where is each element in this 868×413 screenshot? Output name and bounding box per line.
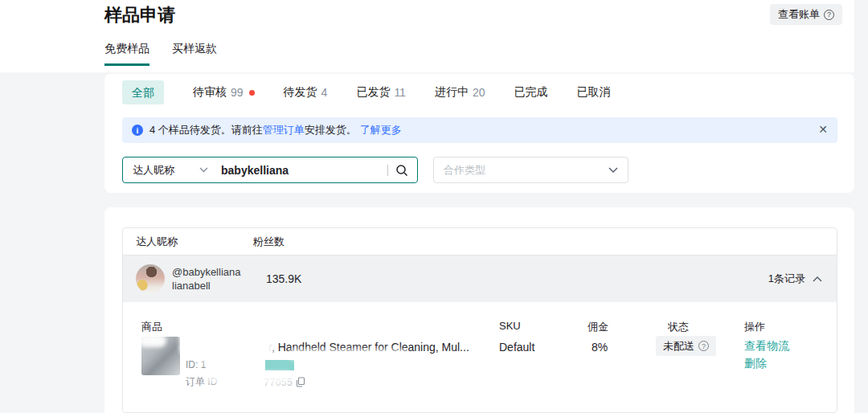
filter-pending-review[interactable]: 待审核 99 xyxy=(193,85,255,100)
col-followers: 粉丝数 xyxy=(253,235,285,249)
copy-icon[interactable] xyxy=(296,377,305,387)
filter-label: 待发货 xyxy=(284,85,317,100)
creator-names: @babykelliana lianabell xyxy=(172,265,256,292)
view-bill-button[interactable]: 查看账单 ? xyxy=(770,4,842,25)
page-header: 样品申请 查看账单 ? 免费样品 买样返款 xyxy=(0,0,854,72)
search-field-selector[interactable]: 达人昵称 xyxy=(123,163,208,178)
red-dot-badge xyxy=(249,90,255,96)
question-circle-icon: ? xyxy=(824,10,834,20)
redaction-blob xyxy=(179,331,274,355)
delete-link[interactable]: 删除 xyxy=(744,357,767,371)
id-highlight-swatch xyxy=(265,360,294,370)
chevron-down-icon xyxy=(608,167,618,174)
filter-in-progress[interactable]: 进行中 20 xyxy=(435,85,485,100)
creator-handle: @babykelliana xyxy=(172,265,256,279)
creator-search-box[interactable]: 达人昵称 babykelliana xyxy=(122,157,418,183)
creator-name: lianabell xyxy=(172,279,256,292)
status-badge: 未配送 ? xyxy=(656,336,716,356)
filter-cancelled[interactable]: 已取消 xyxy=(577,85,611,100)
creator-sample-table: 达人昵称 粉丝数 @babykelliana lianabell 135.9K … xyxy=(122,227,837,413)
chevron-down-icon xyxy=(199,167,208,173)
pending-shipment-banner: i 4 个样品待发货。请前往管理订单安排发货。了解更多 ✕ xyxy=(122,117,837,143)
manage-orders-link[interactable]: 管理订单 xyxy=(263,123,305,137)
col-commission: 佣金 xyxy=(588,320,608,334)
search-icon[interactable] xyxy=(395,164,408,177)
col-creator-nickname: 达人昵称 xyxy=(123,235,253,249)
filter-shipped[interactable]: 已发货 11 xyxy=(356,85,406,100)
filter-label: 待审核 xyxy=(193,85,227,100)
chevron-up-icon xyxy=(813,276,822,282)
page-title: 样品申请 xyxy=(104,3,175,27)
table-header-row: 达人昵称 粉丝数 xyxy=(123,228,837,256)
filter-label: 已完成 xyxy=(514,85,548,100)
sample-tabs: 免费样品 买样返款 xyxy=(104,42,217,66)
info-icon: i xyxy=(132,125,143,136)
filter-card: 全部 待审核 99 待发货 4 已发货 11 进行中 20 已完成 已取消 i … xyxy=(104,74,854,193)
filter-label: 已发货 xyxy=(356,85,390,100)
status-label: 未配送 xyxy=(663,339,694,354)
search-field-label: 达人昵称 xyxy=(133,163,174,178)
text-caret xyxy=(387,165,388,176)
learn-more-link[interactable]: 了解更多 xyxy=(360,123,402,137)
question-circle-icon[interactable]: ? xyxy=(698,341,709,351)
banner-text: 4 个样品待发货。请前往 xyxy=(149,123,263,137)
redaction-blob xyxy=(288,349,408,360)
redaction-blob xyxy=(203,355,261,367)
col-status: 状态 xyxy=(668,320,689,334)
close-icon[interactable]: ✕ xyxy=(818,124,828,135)
cooperation-type-placeholder: 合作类型 xyxy=(444,163,485,178)
filter-count: 99 xyxy=(231,86,244,99)
sku-value: Default xyxy=(499,341,534,354)
tab-buy-sample-refund[interactable]: 买样返款 xyxy=(172,42,217,66)
filter-label: 进行中 xyxy=(435,85,469,100)
col-sku: SKU xyxy=(499,320,521,332)
filter-to-ship[interactable]: 待发货 4 xyxy=(284,85,328,100)
records-toggle[interactable]: 1条记录 xyxy=(768,272,822,286)
redaction-blob xyxy=(139,334,166,347)
redaction-blob xyxy=(205,371,292,384)
filter-label: 已取消 xyxy=(577,85,611,100)
search-input[interactable]: babykelliana xyxy=(221,164,387,177)
creator-avatar xyxy=(136,264,165,293)
view-bill-label: 查看账单 xyxy=(778,7,820,22)
filter-count: 4 xyxy=(321,86,328,99)
tab-free-sample[interactable]: 免费样品 xyxy=(104,42,149,66)
cooperation-type-select[interactable]: 合作类型 xyxy=(433,157,628,183)
filter-completed[interactable]: 已完成 xyxy=(514,85,548,100)
creator-summary-row[interactable]: @babykelliana lianabell 135.9K 1条记录 xyxy=(123,256,837,302)
followers-count: 135.9K xyxy=(266,272,301,285)
status-filter-row: 全部 待审核 99 待发货 4 已发货 11 进行中 20 已完成 已取消 xyxy=(122,80,837,104)
view-logistics-link[interactable]: 查看物流 xyxy=(744,339,789,354)
commission-value: 8% xyxy=(592,341,608,354)
filter-all[interactable]: 全部 xyxy=(122,80,164,104)
results-card: 达人昵称 粉丝数 @babykelliana lianabell 135.9K … xyxy=(104,207,854,413)
filter-count: 20 xyxy=(473,86,485,99)
records-label: 1条记录 xyxy=(768,272,805,286)
col-action: 操作 xyxy=(744,320,765,334)
col-product: 商品 xyxy=(141,320,162,334)
filter-count: 11 xyxy=(394,86,406,99)
banner-text-after: 安排发货。 xyxy=(305,123,357,137)
